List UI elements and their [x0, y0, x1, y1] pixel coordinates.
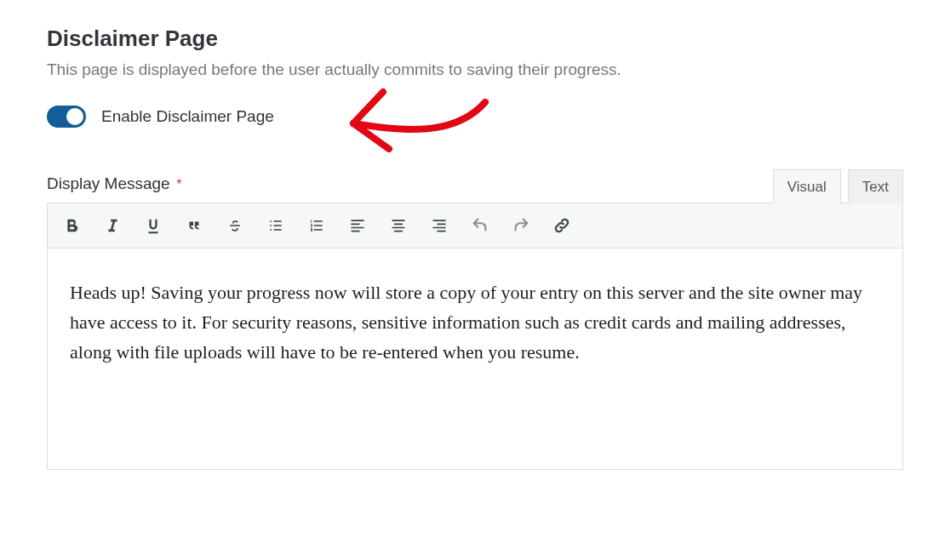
- align-left-icon: [348, 217, 367, 234]
- bullet-list-icon: [266, 217, 285, 234]
- tab-visual[interactable]: Visual: [773, 169, 841, 203]
- editor-content[interactable]: Heads up! Saving your progress now will …: [47, 249, 903, 470]
- quote-icon: [184, 216, 204, 235]
- redo-icon: [511, 216, 531, 235]
- align-right-icon: [430, 217, 449, 234]
- align-right-button[interactable]: [419, 209, 460, 243]
- display-message-label: Display Message: [47, 174, 170, 192]
- strikethrough-button[interactable]: [215, 209, 255, 243]
- rich-text-editor: Visual Text: [47, 169, 903, 470]
- align-center-icon: [389, 217, 408, 234]
- enable-disclaimer-label: Enable Disclaimer Page: [101, 107, 274, 126]
- underline-icon: [144, 216, 163, 235]
- bullet-list-button[interactable]: [255, 209, 296, 243]
- undo-icon: [470, 216, 490, 235]
- align-left-button[interactable]: [337, 209, 378, 243]
- section-title: Disclaimer Page: [47, 26, 903, 52]
- bold-icon: [62, 216, 81, 235]
- enable-toggle-row: Enable Disclaimer Page: [47, 106, 903, 128]
- required-indicator: *: [176, 177, 181, 191]
- strikethrough-icon: [225, 217, 245, 234]
- underline-button[interactable]: [133, 209, 174, 243]
- enable-disclaimer-toggle[interactable]: [47, 106, 86, 128]
- redo-button[interactable]: [501, 209, 541, 243]
- blockquote-button[interactable]: [174, 209, 215, 243]
- numbered-list-button[interactable]: [296, 209, 337, 243]
- editor-toolbar: [47, 203, 903, 249]
- bold-button[interactable]: [51, 209, 92, 243]
- link-icon: [552, 216, 572, 235]
- link-button[interactable]: [541, 209, 582, 243]
- italic-button[interactable]: [92, 209, 133, 243]
- align-center-button[interactable]: [378, 209, 419, 243]
- undo-button[interactable]: [460, 209, 501, 243]
- numbered-list-icon: [307, 217, 326, 234]
- italic-icon: [103, 216, 122, 235]
- toggle-knob: [66, 108, 83, 125]
- tab-text[interactable]: Text: [848, 169, 903, 203]
- section-description: This page is displayed before the user a…: [47, 59, 903, 82]
